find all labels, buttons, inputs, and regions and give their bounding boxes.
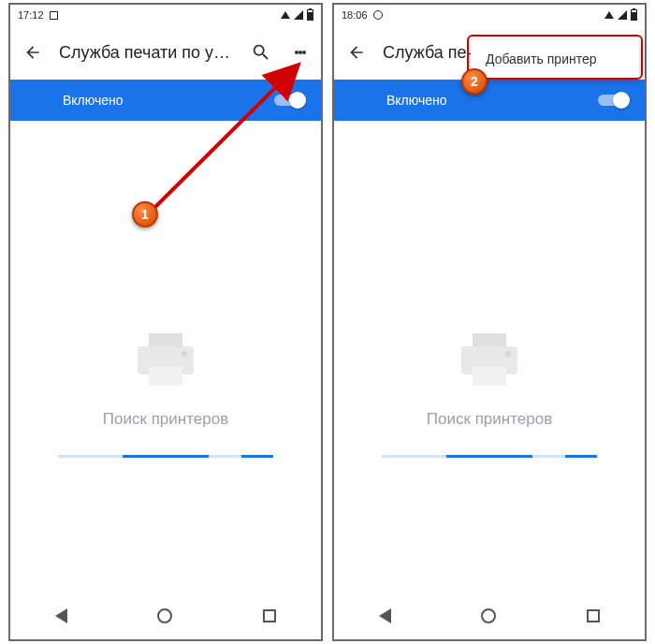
battery-icon xyxy=(307,9,313,21)
svg-rect-7 xyxy=(473,367,506,386)
status-right-icons xyxy=(281,9,313,21)
svg-rect-2 xyxy=(149,367,182,386)
svg-point-8 xyxy=(505,351,511,357)
callout-badge-1: 1 xyxy=(132,201,158,227)
navigation-bar xyxy=(334,593,645,639)
progress-bar xyxy=(58,455,273,458)
more-options-button[interactable] xyxy=(289,41,312,64)
phone-screenshot-right: 18:06 Служба печа Включено Поиск принтер… xyxy=(332,3,647,641)
back-button[interactable] xyxy=(347,43,366,62)
search-button[interactable] xyxy=(250,41,272,64)
svg-point-3 xyxy=(182,351,187,357)
progress-bar xyxy=(382,455,597,458)
toggle-switch[interactable] xyxy=(274,92,306,109)
status-time: 17:12 xyxy=(18,9,44,21)
printer-icon xyxy=(132,333,199,391)
nav-back-icon[interactable] xyxy=(55,608,67,623)
toggle-label: Включено xyxy=(63,93,124,108)
nav-back-icon[interactable] xyxy=(379,608,391,623)
cellular-icon xyxy=(618,10,627,20)
toggle-label: Включено xyxy=(386,93,447,108)
menu-item-add-printer[interactable]: Добавить принтер xyxy=(486,51,624,66)
phone-screenshot-left: 17:12 Служба печати по умо... Включено xyxy=(8,3,323,641)
back-button[interactable] xyxy=(23,43,42,62)
toggle-switch[interactable] xyxy=(598,92,630,109)
signal-strength-icon xyxy=(604,11,614,19)
content-area: Поиск принтеров xyxy=(10,121,321,589)
navigation-bar xyxy=(10,593,321,639)
nav-recent-icon[interactable] xyxy=(263,609,276,622)
printer-icon xyxy=(456,333,523,391)
page-title: Служба печати по умо... xyxy=(59,43,233,63)
status-bar: 17:12 xyxy=(10,5,321,25)
svg-rect-5 xyxy=(473,333,506,346)
search-icon xyxy=(251,42,271,63)
svg-rect-0 xyxy=(149,333,182,346)
content-area: Поиск принтеров xyxy=(334,121,645,589)
cellular-icon xyxy=(294,10,303,20)
app-bar: Служба печати по умо... xyxy=(10,25,321,80)
searching-printers-label: Поиск принтеров xyxy=(103,410,228,429)
toggle-bar: Включено xyxy=(334,80,645,121)
arrow-left-icon xyxy=(347,43,366,62)
status-time: 18:06 xyxy=(342,9,368,21)
nav-home-icon[interactable] xyxy=(481,608,496,623)
battery-icon xyxy=(631,9,637,21)
toggle-bar: Включено xyxy=(10,80,321,121)
searching-printers-label: Поиск принтеров xyxy=(427,410,552,429)
nav-home-icon[interactable] xyxy=(157,608,172,623)
status-indicator-icon xyxy=(50,11,58,20)
status-right-icons xyxy=(604,9,637,21)
status-indicator-icon xyxy=(373,10,383,20)
status-bar: 18:06 xyxy=(334,5,645,25)
signal-strength-icon xyxy=(281,11,290,19)
callout-badge-2: 2 xyxy=(461,68,488,95)
overflow-menu: Добавить принтер xyxy=(471,40,639,78)
arrow-left-icon xyxy=(23,43,42,62)
nav-recent-icon[interactable] xyxy=(587,609,600,622)
